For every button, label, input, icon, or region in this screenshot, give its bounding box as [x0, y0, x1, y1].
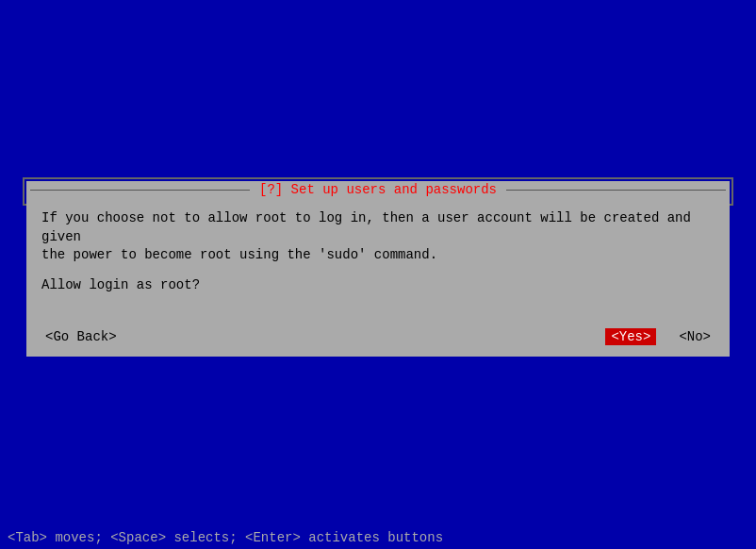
title-line-right	[506, 190, 726, 191]
buttons-right: <Yes> <No>	[605, 328, 715, 345]
body-text: If you choose not to allow root to log i…	[41, 209, 715, 265]
status-text: <Tab> moves; <Space> selects; <Enter> ac…	[8, 530, 443, 545]
status-bar: <Tab> moves; <Space> selects; <Enter> ac…	[0, 526, 756, 549]
dialog: [?] Set up users and passwords If you ch…	[26, 181, 730, 357]
go-back-button[interactable]: <Go Back>	[41, 328, 121, 345]
yes-button[interactable]: <Yes>	[605, 328, 656, 345]
dialog-title-bar: [?] Set up users and passwords	[26, 181, 730, 198]
dialog-buttons: <Go Back> <Yes> <No>	[26, 321, 730, 357]
dialog-body: If you choose not to allow root to log i…	[26, 198, 730, 321]
question-text: Allow login as root?	[41, 276, 715, 295]
screen: [?] Set up users and passwords If you ch…	[0, 0, 756, 549]
no-button[interactable]: <No>	[675, 328, 715, 345]
dialog-title: [?] Set up users and passwords	[254, 182, 502, 197]
title-line-left	[30, 190, 250, 191]
